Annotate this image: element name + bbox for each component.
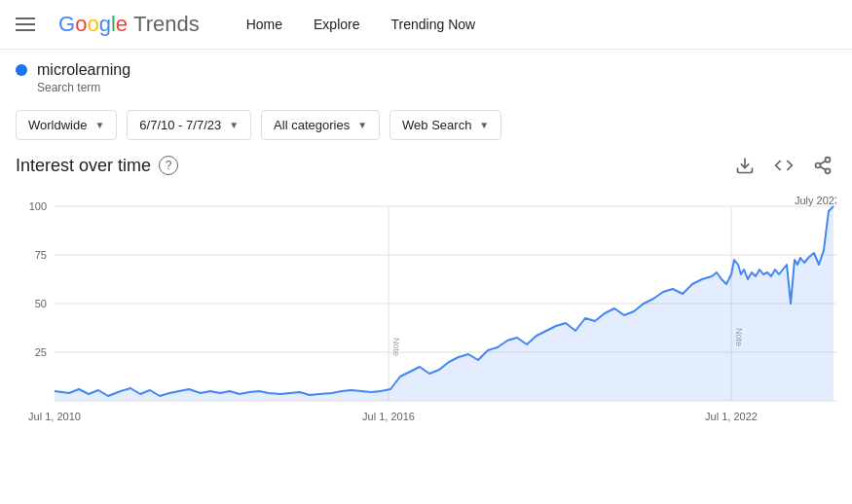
help-icon[interactable]: ?	[159, 156, 178, 175]
svg-line-5	[820, 161, 826, 163]
region-filter-label: Worldwide	[28, 118, 87, 132]
download-button[interactable]	[731, 152, 759, 179]
svg-point-2	[816, 163, 821, 168]
svg-line-4	[820, 166, 826, 169]
interest-over-time-chart: 100 75 50 25 Note Note July 2023 Jul 1, …	[16, 187, 836, 450]
search-type-label: Search term	[16, 81, 836, 94]
nav-home[interactable]: Home	[246, 13, 282, 36]
filter-bar: Worldwide ▼ 6/7/10 - 7/7/23 ▼ All catego…	[0, 102, 852, 152]
svg-text:July 2023: July 2023	[795, 195, 836, 206]
svg-point-3	[826, 168, 831, 173]
svg-text:25: 25	[35, 346, 47, 358]
search-term-row: microlearning	[16, 61, 836, 79]
google-trends-logo: Google Trends	[58, 12, 200, 37]
svg-text:Jul 1, 2010: Jul 1, 2010	[28, 411, 81, 422]
chart-actions	[731, 152, 836, 179]
region-filter[interactable]: Worldwide ▼	[16, 110, 117, 140]
embed-button[interactable]	[770, 152, 797, 179]
date-filter[interactable]: 6/7/10 - 7/7/23 ▼	[127, 110, 251, 140]
chart-section: Interest over time ?	[0, 152, 852, 450]
date-filter-label: 6/7/10 - 7/7/23	[139, 118, 221, 132]
share-button[interactable]	[809, 152, 836, 179]
term-color-dot	[16, 64, 27, 76]
svg-point-1	[826, 158, 831, 162]
search-section: microlearning Search term	[0, 50, 852, 102]
nav-trending-now[interactable]: Trending Now	[391, 13, 476, 36]
main-nav: Home Explore Trending Now	[246, 13, 475, 36]
category-filter-label: All categories	[274, 118, 350, 132]
chart-header: Interest over time ?	[16, 152, 836, 179]
svg-text:Jul 1, 2016: Jul 1, 2016	[362, 411, 415, 422]
menu-button[interactable]	[16, 18, 35, 31]
svg-text:Jul 1, 2022: Jul 1, 2022	[705, 411, 758, 422]
search-type-filter[interactable]: Web Search ▼	[389, 110, 501, 140]
chart-title: Interest over time	[16, 156, 151, 176]
search-term-text: microlearning	[37, 61, 130, 79]
trends-text: Trends	[133, 12, 200, 37]
chart-svg: 100 75 50 25 Note Note July 2023 Jul 1, …	[16, 187, 836, 450]
category-filter-chevron: ▼	[357, 120, 367, 130]
date-filter-chevron: ▼	[229, 120, 239, 130]
search-type-filter-chevron: ▼	[479, 120, 489, 130]
search-type-filter-label: Web Search	[402, 118, 471, 132]
region-filter-chevron: ▼	[94, 120, 104, 130]
svg-text:100: 100	[29, 200, 47, 212]
nav-explore[interactable]: Explore	[314, 13, 359, 36]
svg-text:75: 75	[35, 249, 47, 261]
category-filter[interactable]: All categories ▼	[261, 110, 380, 140]
app-header: Google Trends Home Explore Trending Now	[0, 0, 852, 50]
svg-text:Note: Note	[391, 338, 401, 356]
svg-text:50: 50	[35, 298, 47, 309]
chart-title-group: Interest over time ?	[16, 156, 178, 176]
